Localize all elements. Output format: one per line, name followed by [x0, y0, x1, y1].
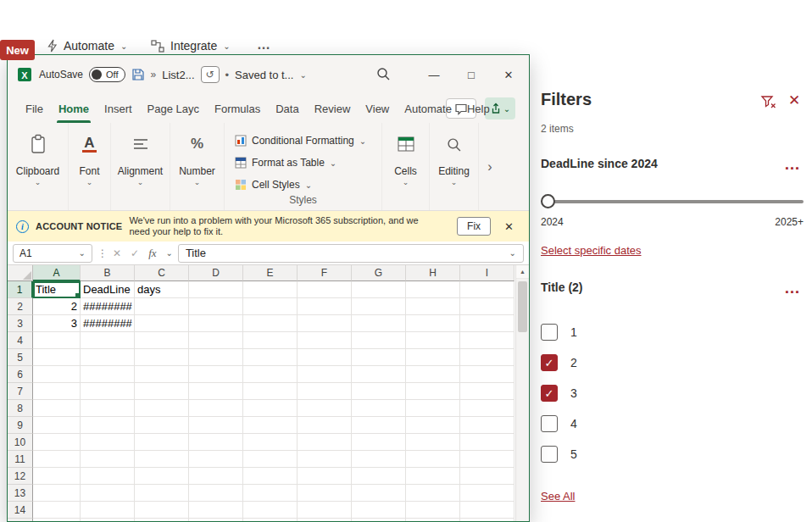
- cell-F3[interactable]: [298, 315, 352, 332]
- cell-A15[interactable]: [33, 519, 81, 521]
- tab-data[interactable]: Data: [268, 94, 306, 123]
- formula-input[interactable]: Title ⌄: [178, 244, 524, 263]
- cell-G9[interactable]: [352, 417, 406, 434]
- alignment-group-button[interactable]: Alignment ⌄: [111, 123, 170, 210]
- cell-B9[interactable]: [81, 417, 135, 434]
- row-header-7[interactable]: 7: [8, 383, 33, 400]
- cell-E6[interactable]: [243, 366, 298, 383]
- cell-A9[interactable]: [33, 417, 81, 434]
- cell-D2[interactable]: [189, 298, 243, 315]
- cell-C12[interactable]: [135, 468, 189, 485]
- cell-I13[interactable]: [460, 485, 514, 502]
- cell-A7[interactable]: [33, 383, 81, 400]
- filter-option-1[interactable]: 1: [541, 324, 577, 341]
- saved-status[interactable]: Saved to t...: [235, 69, 293, 81]
- cell-I15[interactable]: [460, 519, 514, 521]
- cell-E4[interactable]: [243, 332, 298, 349]
- cell-B12[interactable]: [81, 468, 135, 485]
- cell-F9[interactable]: [298, 417, 352, 434]
- cell-B3[interactable]: ########: [81, 315, 135, 332]
- cell-D13[interactable]: [189, 485, 243, 502]
- cell-I3[interactable]: [460, 315, 514, 332]
- cell-H12[interactable]: [406, 468, 460, 485]
- cancel-icon[interactable]: ✕: [113, 247, 121, 259]
- cell-E11[interactable]: [243, 451, 298, 468]
- more-commands-icon[interactable]: »: [151, 69, 157, 81]
- cell-G6[interactable]: [352, 366, 406, 383]
- row-header-15[interactable]: 15: [8, 519, 33, 521]
- filter-option-3[interactable]: ✓3: [541, 385, 577, 402]
- cell-B8[interactable]: [81, 400, 135, 417]
- close-filters-icon[interactable]: ✕: [788, 92, 800, 109]
- automate-button[interactable]: Automate ⌄: [47, 39, 127, 53]
- deadline-slider-handle[interactable]: [541, 194, 555, 208]
- cell-B6[interactable]: [81, 366, 135, 383]
- cell-E12[interactable]: [243, 468, 298, 485]
- integrate-button[interactable]: Integrate ⌄: [151, 39, 231, 53]
- cell-A14[interactable]: [33, 502, 81, 519]
- cell-H10[interactable]: [406, 434, 460, 451]
- cell-H7[interactable]: [406, 383, 460, 400]
- cell-C1[interactable]: days: [135, 281, 189, 298]
- cell-E8[interactable]: [243, 400, 298, 417]
- editing-group-button[interactable]: Editing ⌄: [430, 123, 479, 210]
- cell-B13[interactable]: [81, 485, 135, 502]
- cell-C14[interactable]: [135, 502, 189, 519]
- cell-F13[interactable]: [298, 485, 352, 502]
- cell-C7[interactable]: [135, 383, 189, 400]
- cell-G1[interactable]: [352, 281, 406, 298]
- cell-B10[interactable]: [81, 434, 135, 451]
- row-header-1[interactable]: 1: [8, 281, 33, 298]
- cell-H3[interactable]: [406, 315, 460, 332]
- cell-A6[interactable]: [33, 366, 81, 383]
- cell-D6[interactable]: [189, 366, 243, 383]
- cell-I10[interactable]: [460, 434, 514, 451]
- version-history-icon[interactable]: ↺: [201, 66, 220, 83]
- cell-G11[interactable]: [352, 451, 406, 468]
- cell-E9[interactable]: [243, 417, 298, 434]
- cell-D5[interactable]: [189, 349, 243, 366]
- see-all-link[interactable]: See All: [541, 490, 575, 503]
- cell-H14[interactable]: [406, 502, 460, 519]
- cell-G15[interactable]: [352, 519, 406, 521]
- cell-I1[interactable]: [460, 281, 514, 298]
- row-header-10[interactable]: 10: [8, 434, 33, 451]
- cell-C2[interactable]: [135, 298, 189, 315]
- cell-F4[interactable]: [298, 332, 352, 349]
- cell-F7[interactable]: [298, 383, 352, 400]
- cell-D1[interactable]: [189, 281, 243, 298]
- scrollbar-thumb[interactable]: [518, 281, 527, 332]
- cell-I4[interactable]: [460, 332, 514, 349]
- cell-B11[interactable]: [81, 451, 135, 468]
- cell-A1[interactable]: Title: [33, 281, 81, 298]
- cell-C11[interactable]: [135, 451, 189, 468]
- cell-E1[interactable]: [243, 281, 298, 298]
- cell-B4[interactable]: [81, 332, 135, 349]
- cell-F2[interactable]: [298, 298, 352, 315]
- row-header-8[interactable]: 8: [8, 400, 33, 417]
- vertical-scrollbar[interactable]: ▲: [515, 265, 529, 521]
- cell-I2[interactable]: [460, 298, 514, 315]
- column-header-G[interactable]: G: [352, 265, 406, 281]
- checked-checkbox[interactable]: ✓: [541, 354, 558, 371]
- cell-H15[interactable]: [406, 519, 460, 521]
- cell-F8[interactable]: [298, 400, 352, 417]
- select-specific-dates-link[interactable]: Select specific dates: [541, 244, 642, 257]
- cell-I6[interactable]: [460, 366, 514, 383]
- cells-group-button[interactable]: Cells ⌄: [382, 123, 430, 210]
- row-header-6[interactable]: 6: [8, 366, 33, 383]
- scroll-up-arrow[interactable]: ▲: [516, 265, 529, 279]
- cell-C10[interactable]: [135, 434, 189, 451]
- cell-G10[interactable]: [352, 434, 406, 451]
- tab-file[interactable]: File: [18, 94, 51, 123]
- cell-A8[interactable]: [33, 400, 81, 417]
- unchecked-checkbox[interactable]: [541, 446, 558, 463]
- maximize-button[interactable]: □: [453, 55, 490, 94]
- row-header-3[interactable]: 3: [8, 315, 33, 332]
- cell-I5[interactable]: [460, 349, 514, 366]
- cell-G14[interactable]: [352, 502, 406, 519]
- cell-E5[interactable]: [243, 349, 298, 366]
- tab-automate[interactable]: Automate: [397, 94, 459, 123]
- tab-help[interactable]: Help: [459, 94, 498, 123]
- cell-E10[interactable]: [243, 434, 298, 451]
